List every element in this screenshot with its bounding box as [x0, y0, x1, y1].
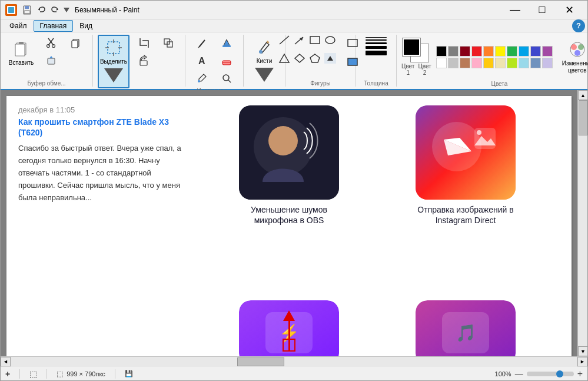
- thickness-2[interactable]: [366, 39, 387, 41]
- scroll-left-button[interactable]: ◄: [1, 357, 11, 367]
- color-gray[interactable]: [448, 46, 459, 57]
- qat-dropdown[interactable]: [63, 4, 70, 16]
- thickness-5[interactable]: [366, 51, 387, 55]
- shape-more[interactable]: [323, 53, 337, 64]
- cursor-position: +: [5, 369, 10, 379]
- svg-point-36: [198, 80, 200, 82]
- paint-window: Безымянный - Paint — □ ✕ Файл Главная Ви…: [0, 0, 588, 381]
- zoom-thumb[interactable]: [556, 370, 563, 377]
- maximize-button[interactable]: □: [529, 1, 556, 19]
- dimensions-icon: ⬚: [57, 370, 63, 378]
- paste-button[interactable]: Вставить: [5, 35, 37, 70]
- shape-line[interactable]: [277, 35, 291, 45]
- color-cream[interactable]: [495, 58, 506, 68]
- scroll-right-button[interactable]: ►: [577, 357, 587, 367]
- zoom-decrease[interactable]: —: [515, 369, 523, 379]
- svg-point-56: [578, 44, 584, 50]
- eyedropper-button[interactable]: [190, 70, 214, 87]
- zoom-button[interactable]: [215, 70, 238, 87]
- color-red[interactable]: [471, 46, 482, 57]
- color-darkblue[interactable]: [530, 46, 541, 57]
- qat-save[interactable]: [21, 4, 34, 16]
- add-icon: +: [5, 369, 10, 379]
- color-lavender[interactable]: [542, 58, 553, 68]
- color-palette: [436, 46, 553, 68]
- thickness-4[interactable]: [366, 46, 387, 49]
- shape-arrow[interactable]: [293, 35, 307, 45]
- article-link[interactable]: Как прошить смартфон ZTE Blade X3 (T620): [18, 117, 183, 138]
- qat-undo[interactable]: [35, 4, 48, 16]
- color-box-1[interactable]: [403, 38, 420, 56]
- menu-home[interactable]: Главная: [34, 20, 74, 32]
- card-obs: Уменьшение шумов микрофона в OBS: [207, 105, 371, 289]
- shape-pentagon[interactable]: [308, 53, 322, 64]
- zoom-slider[interactable]: [527, 372, 574, 376]
- color-darkred[interactable]: [460, 46, 470, 57]
- thickness-1[interactable]: [366, 37, 387, 38]
- color-steel[interactable]: [530, 58, 541, 68]
- scroll-thumb-v[interactable]: [579, 100, 587, 135]
- thickness-group-content: [361, 35, 391, 79]
- select-label: Выделить: [100, 58, 127, 65]
- qat-redo[interactable]: [49, 4, 62, 16]
- thickness-lines: [366, 37, 387, 55]
- ribbon-group-shapes: Фигуры: [285, 35, 356, 87]
- tools-grid: A: [190, 35, 238, 87]
- cut-button[interactable]: [39, 35, 63, 51]
- shape-triangle[interactable]: [277, 53, 291, 64]
- select-button[interactable]: Выделить: [98, 35, 129, 88]
- rotate-button[interactable]: [132, 52, 155, 69]
- paste-special-button[interactable]: [39, 52, 63, 69]
- thickness-3[interactable]: [366, 42, 387, 44]
- shape-ellipse[interactable]: [323, 35, 337, 45]
- color-pink[interactable]: [471, 58, 482, 68]
- window-title: Безымянный - Paint: [75, 6, 501, 14]
- dimensions-value: 999 × 790пкс: [67, 370, 105, 377]
- edit-colors-button[interactable]: Изменениецветов: [557, 37, 588, 77]
- scroll-track-h[interactable]: [11, 357, 577, 367]
- color-yellow[interactable]: [495, 46, 506, 57]
- minimize-button[interactable]: —: [501, 1, 529, 19]
- scroll-thumb-h[interactable]: [237, 357, 284, 366]
- crop-button[interactable]: [132, 35, 155, 51]
- brushes-button[interactable]: Кисти: [248, 35, 280, 87]
- color-lightblue[interactable]: [519, 58, 529, 68]
- zoom-value: 100%: [495, 370, 511, 377]
- zoom-increase[interactable]: +: [577, 369, 583, 379]
- color-black[interactable]: [436, 46, 447, 57]
- color-lightgreen[interactable]: [507, 58, 517, 68]
- card-app4: 🎵: [383, 300, 548, 356]
- help-button[interactable]: ?: [572, 19, 585, 32]
- scroll-down-button[interactable]: ▼: [578, 346, 587, 356]
- color-lightgray[interactable]: [448, 58, 459, 68]
- image-group-content: Выделить: [98, 35, 180, 88]
- resize-button[interactable]: [157, 35, 180, 51]
- canvas-scroll[interactable]: декабря в 11:05 Как прошить смартфон ZTE…: [1, 90, 577, 356]
- eraser-button[interactable]: [215, 52, 238, 69]
- title-bar: Безымянный - Paint — □ ✕: [1, 1, 587, 19]
- color-blue[interactable]: [519, 46, 529, 57]
- text-button[interactable]: A: [190, 52, 214, 69]
- scroll-up-button[interactable]: ▲: [578, 90, 587, 100]
- color-purple[interactable]: [542, 46, 553, 57]
- pencil-button[interactable]: [190, 35, 214, 51]
- arrow-head: [283, 310, 295, 321]
- clipboard-small-btns: [39, 35, 88, 69]
- svg-rect-10: [15, 44, 25, 56]
- shape-rect[interactable]: [308, 35, 322, 45]
- copy-button[interactable]: [64, 35, 88, 51]
- color-green[interactable]: [507, 46, 517, 57]
- svg-marker-49: [310, 54, 320, 62]
- menu-file[interactable]: Файл: [3, 20, 34, 32]
- menu-view[interactable]: Вид: [73, 20, 99, 32]
- close-button[interactable]: ✕: [556, 1, 583, 19]
- selection-size: ⬚: [29, 369, 37, 379]
- scroll-track-v[interactable]: [578, 100, 587, 346]
- fill-button[interactable]: [215, 35, 238, 51]
- color-white[interactable]: [436, 58, 447, 68]
- shape-diamond[interactable]: [293, 53, 307, 64]
- color-orange[interactable]: [483, 46, 494, 57]
- color-lightyellow[interactable]: [483, 58, 494, 68]
- svg-rect-32: [222, 45, 231, 47]
- color-brown[interactable]: [460, 58, 470, 68]
